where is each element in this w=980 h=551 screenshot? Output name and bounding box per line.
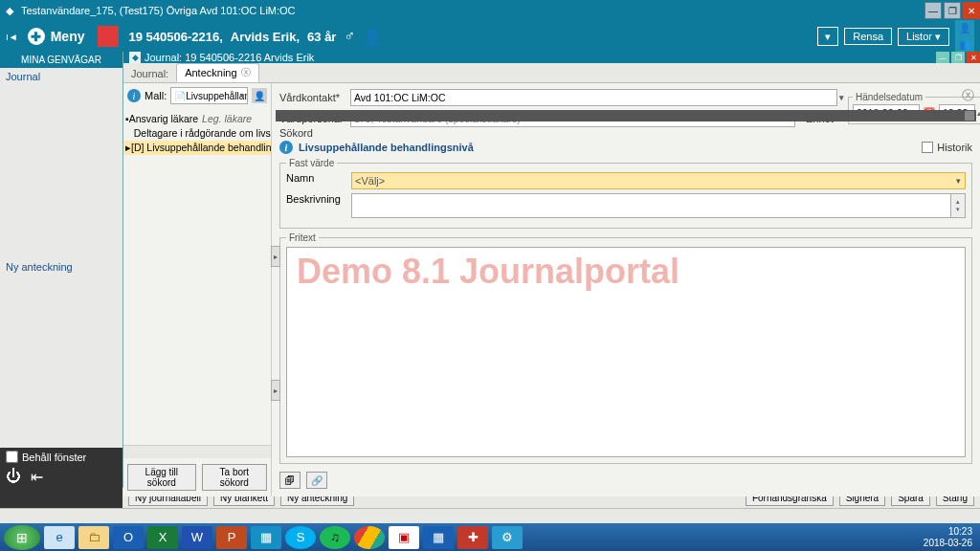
remove-keyword-button[interactable]: Ta bort sökord	[202, 464, 267, 491]
enhet-dropdown-icon[interactable]: ▾	[839, 93, 844, 102]
tray-time: 10:23	[924, 526, 972, 538]
namn-select[interactable]: <Välj>	[351, 172, 966, 189]
journal-header-text: Journal: 19 540506-2216 Arvids Erik	[145, 52, 314, 63]
taskbar-outlook-icon[interactable]: O	[113, 526, 144, 549]
taskbar-spotify-icon[interactable]: ♫	[320, 526, 350, 549]
taskbar-powerpoint-icon[interactable]: P	[216, 526, 247, 549]
window-min-button[interactable]: —	[924, 2, 942, 19]
sidebar-header: MINA GENVÄGAR	[0, 52, 122, 68]
patient-info: 19 540506-2216, Arvids Erik, 63 år ♂ 👤	[128, 28, 382, 46]
patient-id: 19 540506-2216,	[128, 30, 222, 44]
tab-anteckning[interactable]: Anteckning ⓧ	[176, 63, 258, 82]
taskbar-chrome-icon[interactable]	[354, 526, 385, 549]
splitter-handle[interactable]: ▸	[271, 380, 280, 401]
user-panel-button[interactable]: 👤👥	[955, 20, 974, 53]
pane-close-button[interactable]: ✕	[967, 52, 980, 63]
taskbar-app-icon[interactable]: ✚	[457, 526, 488, 549]
taskbar-ie-icon[interactable]: e	[44, 526, 75, 549]
sokord-title: Livsuppehållande behandlingsnivå	[299, 142, 474, 153]
sokord-section-label: Sökord	[279, 125, 972, 141]
export-icon[interactable]: ⇤	[31, 468, 43, 486]
tree-item[interactable]: ▪ Ansvarig läkare Leg. läkare	[123, 112, 271, 126]
tree-list[interactable]: ▪ Ansvarig läkare Leg. läkare Deltagare …	[123, 108, 271, 445]
patient-mark-icon	[98, 26, 119, 47]
tab-anteckning-label: Anteckning	[185, 67, 236, 78]
fritext-legend: Fritext	[286, 232, 319, 243]
taskbar-word-icon[interactable]: W	[182, 526, 212, 549]
tree-item-selected[interactable]: ▸ [D] Livsuppehållande behandlingsnivå	[123, 141, 271, 155]
fritext-textarea[interactable]	[286, 247, 966, 457]
fast-varde-legend: Fast värde	[286, 158, 337, 168]
sidebar-item-journal[interactable]: Journal	[0, 68, 122, 85]
taskbar-excel-icon[interactable]: X	[147, 526, 178, 549]
keep-window-checkbox[interactable]	[6, 451, 18, 463]
sidebar-item-new-note[interactable]: Ny anteckning	[0, 258, 122, 276]
tray-date: 2018-03-26	[924, 538, 972, 549]
taskbar-app-icon[interactable]: ⚙	[492, 526, 523, 549]
patient-age: 63 år	[307, 30, 336, 44]
tree-pane: i Mall: 📄Livsuppehållande... 👤 ▪ Ansvari…	[123, 83, 272, 496]
historik-label: Historik	[937, 142, 972, 153]
nav-back-icon[interactable]: ı◄	[6, 32, 18, 42]
journal-tabs: Journal: Anteckning ⓧ	[123, 63, 980, 83]
os-titlebar: ◆ Testanvändare_175, (Test175) Övriga Av…	[0, 0, 980, 21]
person-icon: 👤	[363, 28, 382, 46]
dropdown-toggle-button[interactable]: ▾	[817, 27, 838, 46]
fritext-fieldset: Fritext	[279, 232, 972, 464]
mall-label: Mall:	[145, 90, 167, 101]
taskbar-app-icon[interactable]: ▦	[251, 526, 281, 549]
menu-button[interactable]: ✚ Meny	[28, 28, 85, 45]
lists-button[interactable]: Listor ▾	[898, 28, 949, 46]
add-keyword-button[interactable]: Lägg till sökord	[127, 464, 196, 491]
enhet-input[interactable]	[350, 89, 837, 106]
beskrivning-label: Beskrivning	[286, 193, 347, 205]
plus-icon: ✚	[28, 28, 45, 45]
taskbar-app-icon[interactable]: ▦	[423, 526, 454, 549]
fast-varde-fieldset: Fast värde Namn <Välj> Beskrivning	[279, 158, 972, 229]
taskbar-app-icon[interactable]: ▣	[389, 526, 419, 549]
system-tray[interactable]: 10:23 2018-03-26	[924, 526, 976, 549]
pane-max-button[interactable]: ❐	[951, 52, 965, 63]
user-picker-button[interactable]: 👤	[252, 88, 267, 103]
power-icon[interactable]: ⏻	[6, 468, 21, 485]
statusbar	[0, 508, 980, 523]
template-select[interactable]: 📄Livsuppehållande...	[170, 87, 248, 104]
separator-bar	[276, 110, 976, 121]
taskbar-skype-icon[interactable]: S	[285, 526, 316, 549]
attach-button[interactable]: 🗐	[279, 472, 301, 489]
tree-scrollbar[interactable]	[123, 445, 271, 458]
titlebar-icon: ◆	[6, 5, 17, 16]
patient-name: Arvids Erik,	[231, 30, 300, 44]
gender-male-icon: ♂	[344, 28, 355, 45]
namn-select-value: <Välj>	[355, 175, 385, 187]
historik-checkbox[interactable]	[922, 142, 933, 153]
tab-close-icon[interactable]: ⓧ	[241, 66, 251, 79]
window-close-button[interactable]: ✕	[963, 2, 980, 19]
window-max-button[interactable]: ❐	[944, 2, 961, 19]
splitter-handle[interactable]: ▸	[271, 246, 280, 267]
namn-label: Namn	[286, 172, 347, 184]
tree-item[interactable]: Deltagare i rådgörande om livsuppeh	[123, 126, 271, 141]
start-button[interactable]: ⊞	[4, 525, 40, 550]
journal-window-header: ◆ Journal: 19 540506-2216 Arvids Erik — …	[123, 52, 980, 63]
pane-min-button[interactable]: —	[936, 52, 949, 63]
left-sidebar: MINA GENVÄGAR Journal Ny anteckning Behå…	[0, 52, 122, 487]
main-pane: ◆ Journal: 19 540506-2216 Arvids Erik — …	[122, 52, 980, 487]
info-icon[interactable]: i	[279, 141, 293, 154]
clear-button[interactable]: Rensa	[844, 28, 892, 45]
link-button[interactable]: 🔗	[306, 472, 327, 489]
historik-toggle[interactable]: Historik	[922, 142, 972, 153]
titlebar-text: Testanvändare_175, (Test175) Övriga Avd …	[21, 5, 296, 16]
menu-label: Meny	[51, 29, 85, 44]
taskbar-explorer-icon[interactable]: 🗀	[78, 526, 109, 549]
info-icon[interactable]: i	[127, 89, 141, 102]
template-select-value: Livsuppehållande...	[186, 91, 248, 101]
keep-window-toggle[interactable]: Behåll fönster	[0, 448, 122, 466]
os-taskbar: ⊞ e 🗀 O X W P ▦ S ♫ ▣ ▦ ✚ ⚙ 10:23 2018-0…	[0, 523, 980, 551]
form-pane: ⓧ ▸ ▸ Vårdkontakt ▾ Händelsedatum 📅	[272, 83, 980, 496]
beskrivning-textarea[interactable]	[351, 193, 966, 218]
form-close-icon[interactable]: ⓧ	[962, 87, 974, 104]
tabs-label: Journal:	[131, 68, 168, 82]
app-toolbar: ı◄ ✚ Meny 19 540506-2216, Arvids Erik, 6…	[0, 21, 980, 52]
expand-icon[interactable]	[965, 111, 974, 121]
